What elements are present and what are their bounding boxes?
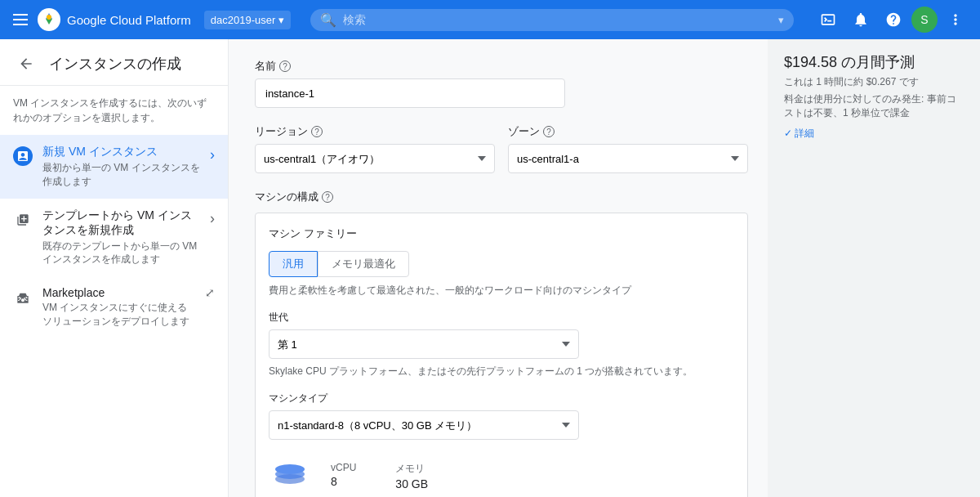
project-name: dac2019-user — [211, 14, 276, 26]
notifications-button[interactable] — [846, 5, 875, 34]
memory-resource: メモリ 30 GB — [395, 462, 428, 490]
name-help-icon[interactable]: ? — [279, 60, 291, 72]
page-title: インスタンスの作成 — [49, 54, 181, 74]
new-vm-chevron: › — [210, 146, 215, 163]
template-vm-title: テンプレートから VM インスタンスを新規作成 — [42, 208, 200, 238]
generation-section: 世代 第 1 Skylake CPU プラットフォーム、またはその先行プラットフ… — [269, 311, 734, 378]
region-field: リージョン ? us-central1（アイオワ） — [255, 124, 495, 173]
project-dropdown-icon: ▾ — [278, 14, 284, 26]
machine-config-section: マシンの構成 ? マシン ファミリー 汎用 メモリ最適化 費用と柔軟性を考慮して… — [255, 190, 748, 497]
machine-config-card: マシン ファミリー 汎用 メモリ最適化 費用と柔軟性を考慮して最適化された、一般… — [255, 213, 748, 497]
cost-monthly: $194.58 の月間予測 — [784, 52, 964, 72]
marketplace-icon — [13, 288, 33, 307]
back-button[interactable] — [13, 51, 39, 77]
main-area: 名前 ? リージョン ? us-central1（アイオワ） — [229, 39, 980, 497]
sidebar-item-new-vm[interactable]: 新規 VM インスタンス 最初から単一の VM インスタンスを作成します › — [0, 135, 228, 199]
cost-note: 料金は使用分に対してのみ発生: 事前コストは不要、1 秒単位で課金 — [784, 92, 964, 120]
sidebar-description: VM インスタンスを作成するには、次のいずれかのオプションを選択します。 — [0, 86, 228, 135]
marketplace-external-icon: ⤢ — [205, 286, 215, 299]
app-logo: Google Cloud Platform — [38, 8, 191, 31]
generation-label: 世代 — [269, 311, 734, 325]
zone-field: ゾーン ? us-central1-a — [508, 124, 748, 173]
memory-label: メモリ — [395, 462, 428, 476]
page-container: インスタンスの作成 VM インスタンスを作成するには、次のいずれかのオプションを… — [0, 39, 980, 497]
memory-value: 30 GB — [395, 477, 428, 490]
machine-layers-icon — [269, 450, 311, 492]
cloud-shell-button[interactable] — [813, 5, 843, 34]
cost-detail-link[interactable]: ✓ 詳細 — [784, 127, 964, 141]
new-vm-icon — [13, 146, 33, 166]
region-label: リージョン ? — [255, 124, 495, 139]
zone-select[interactable]: us-central1-a — [508, 144, 748, 173]
top-navigation: Google Cloud Platform dac2019-user ▾ 🔍 ▾… — [0, 0, 980, 39]
marketplace-content: Marketplace VM インスタンスにすぐに使えるソリューションをデプロイ… — [42, 286, 195, 329]
machine-family-title: マシン ファミリー — [269, 226, 734, 241]
machine-config-heading: マシンの構成 ? — [255, 190, 748, 204]
vcpu-label: vCPU — [331, 462, 356, 473]
cost-panel: $194.58 の月間予測 これは 1 時間に約 $0.267 です 料金は使用… — [768, 39, 980, 497]
template-vm-desc: 既存のテンプレートから単一の VM インスタンスを作成します — [42, 240, 200, 267]
resource-display: vCPU 8 メモリ 30 GB — [331, 462, 428, 490]
gcp-logo-icon — [38, 8, 60, 31]
zone-label: ゾーン ? — [508, 124, 748, 139]
page-header: インスタンスの作成 — [0, 39, 228, 86]
project-selector[interactable]: dac2019-user ▾ — [204, 11, 292, 29]
user-avatar-button[interactable]: S — [911, 7, 938, 33]
new-vm-title: 新規 VM インスタンス — [42, 145, 200, 159]
machine-type-select[interactable]: n1-standard-8（8 vCPU、30 GB メモリ） — [269, 410, 579, 440]
menu-hamburger-button[interactable] — [10, 11, 31, 29]
svg-point-1 — [47, 15, 51, 20]
main-content: 名前 ? リージョン ? us-central1（アイオワ） — [229, 39, 768, 497]
search-dropdown-icon: ▾ — [778, 14, 784, 26]
region-zone-row: リージョン ? us-central1（アイオワ） ゾーン ? us-centr… — [255, 124, 748, 173]
tab-memory-optimized[interactable]: メモリ最適化 — [318, 251, 409, 277]
template-vm-content: テンプレートから VM インスタンスを新規作成 既存のテンプレートから単一の V… — [42, 208, 200, 267]
sidebar-item-template-vm[interactable]: テンプレートから VM インスタンスを新規作成 既存のテンプレートから単一の V… — [0, 199, 228, 277]
region-select[interactable]: us-central1（アイオワ） — [255, 144, 495, 173]
name-input[interactable] — [255, 78, 565, 108]
zone-help-icon[interactable]: ? — [543, 126, 555, 137]
machine-config-help-icon[interactable]: ? — [322, 191, 333, 203]
name-section: 名前 ? — [255, 59, 748, 108]
machine-family-tabs: 汎用 メモリ最適化 — [269, 251, 734, 277]
app-title: Google Cloud Platform — [67, 13, 191, 27]
marketplace-desc: VM インスタンスにすぐに使えるソリューションをデプロイします — [42, 301, 195, 329]
marketplace-title: Marketplace — [42, 286, 195, 299]
generation-description: Skylake CPU プラットフォーム、またはその先行プラットフォームの 1 … — [269, 364, 734, 378]
machine-type-label: マシンタイプ — [269, 392, 734, 405]
generation-select[interactable]: 第 1 — [269, 329, 579, 359]
new-vm-content: 新規 VM インスタンス 最初から単一の VM インスタンスを作成します — [42, 145, 200, 189]
region-help-icon[interactable]: ? — [311, 126, 323, 137]
search-icon: 🔍 — [320, 12, 336, 28]
vcpu-value: 8 — [331, 475, 356, 488]
template-vm-icon — [13, 210, 33, 230]
sidebar: インスタンスの作成 VM インスタンスを作成するには、次のいずれかのオプションを… — [0, 39, 229, 497]
nav-actions: S — [813, 5, 970, 34]
machine-type-section: マシンタイプ n1-standard-8（8 vCPU、30 GB メモリ） — [269, 392, 734, 440]
family-description: 費用と柔軟性を考慮して最適化された、一般的なワークロード向けのマシンタイプ — [269, 284, 734, 298]
vcpu-resource: vCPU 8 — [331, 462, 356, 490]
help-button[interactable] — [879, 5, 908, 34]
template-vm-chevron: › — [210, 210, 215, 227]
svg-point-4 — [275, 464, 305, 474]
search-input[interactable] — [343, 13, 772, 26]
new-vm-desc: 最初から単一の VM インスタンスを作成します — [42, 161, 200, 189]
name-label: 名前 ? — [255, 59, 748, 74]
resource-display-row: vCPU 8 メモリ 30 GB — [269, 450, 734, 492]
cost-hourly: これは 1 時間に約 $0.267 です — [784, 75, 964, 89]
search-bar[interactable]: 🔍 ▾ — [310, 9, 794, 31]
tab-general-purpose[interactable]: 汎用 — [269, 251, 318, 277]
sidebar-item-marketplace[interactable]: Marketplace VM インスタンスにすぐに使えるソリューションをデプロイ… — [0, 276, 228, 338]
more-options-button[interactable] — [941, 5, 970, 34]
